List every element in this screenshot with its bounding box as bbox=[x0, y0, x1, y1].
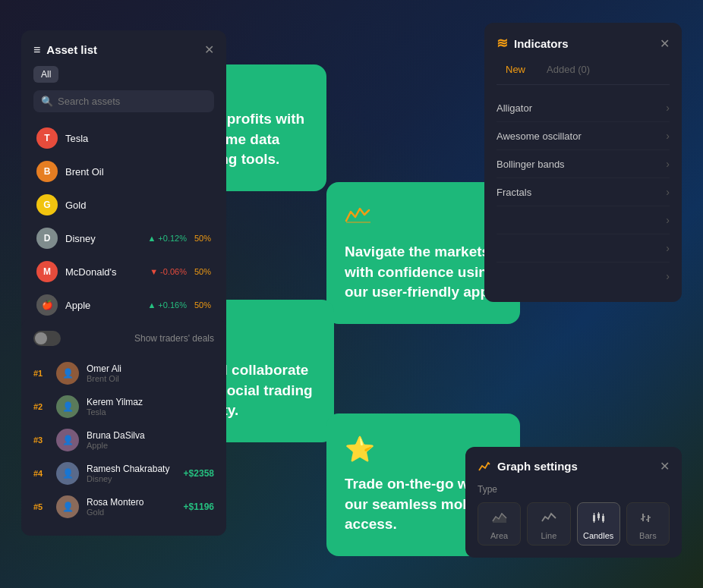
trader-avatar-3: 👤 bbox=[56, 429, 79, 451]
indicators-tabs: New Added (0) bbox=[497, 61, 670, 85]
asset-change-apple: ▲ +0.16% bbox=[147, 300, 187, 310]
chevron-right-icon: › bbox=[666, 270, 670, 282]
asset-pct-disney: 50% bbox=[194, 234, 211, 243]
search-input[interactable] bbox=[58, 96, 206, 107]
line-label: Line bbox=[541, 531, 556, 540]
feature-card-2-text: Navigate the markets with confidence usi… bbox=[345, 242, 502, 303]
svg-rect-4 bbox=[597, 514, 600, 518]
trader-info-1: Omer Ali Brent Oil bbox=[87, 363, 214, 383]
asset-list-title: ≡ Asset list bbox=[33, 43, 97, 57]
list-icon: ≡ bbox=[33, 43, 40, 57]
trader-item-3[interactable]: #3 👤 Bruna DaSilva Apple bbox=[33, 423, 214, 457]
asset-icon-disney: D bbox=[36, 228, 58, 249]
trader-avatar-1: 👤 bbox=[56, 362, 79, 385]
trader-name-1: Omer Ali bbox=[87, 363, 214, 374]
svg-marker-0 bbox=[493, 514, 506, 523]
candles-chart-icon bbox=[590, 511, 607, 528]
asset-name-apple: Apple bbox=[65, 300, 140, 311]
filter-tabs: All bbox=[33, 66, 214, 83]
asset-item-apple[interactable]: 🍎 Apple ▲ +0.16% 50% bbox=[33, 288, 214, 322]
chevron-right-icon: › bbox=[666, 242, 670, 254]
indicator-bollinger[interactable]: Bollinger bands › bbox=[497, 150, 670, 178]
indicators-close-button[interactable]: ✕ bbox=[660, 36, 670, 51]
trader-asset-1: Brent Oil bbox=[87, 374, 214, 383]
chevron-right-icon: › bbox=[666, 130, 670, 142]
asset-icon-apple: 🍎 bbox=[36, 294, 58, 316]
traders-panel: Show traders' deals #1 👤 Omer Ali Brent … bbox=[21, 319, 226, 536]
asset-list-header: ≡ Asset list ✕ bbox=[33, 42, 214, 57]
graph-settings-close-button[interactable]: ✕ bbox=[660, 459, 670, 473]
trader-profit-4: +$2358 bbox=[184, 468, 214, 479]
asset-list-close-button[interactable]: ✕ bbox=[204, 42, 214, 57]
chart-type-selector: Area Line bbox=[478, 502, 670, 546]
trader-info-4: Ramesh Chakrabaty Disney bbox=[87, 464, 176, 483]
trader-asset-2: Tesla bbox=[87, 407, 214, 417]
graph-settings-title: Graph settings bbox=[478, 460, 578, 473]
area-chart-icon bbox=[491, 511, 508, 528]
trader-rank-4: #4 bbox=[33, 469, 49, 478]
indicator-item-7[interactable]: › bbox=[497, 263, 670, 290]
chevron-right-icon: › bbox=[666, 102, 670, 114]
indicator-item-5[interactable]: › bbox=[497, 206, 670, 234]
asset-name-gold: Gold bbox=[65, 200, 211, 211]
indicators-header: ≋ Indicators ✕ bbox=[497, 35, 670, 52]
trader-name-5: Rosa Montero bbox=[87, 497, 176, 508]
trader-name-4: Ramesh Chakrabaty bbox=[87, 464, 176, 474]
filter-tab-all[interactable]: All bbox=[33, 66, 58, 83]
trader-item-1[interactable]: #1 👤 Omer Ali Brent Oil bbox=[33, 357, 214, 390]
asset-item-brentoil[interactable]: B Brent Oil bbox=[33, 155, 214, 188]
area-label: Area bbox=[490, 531, 508, 540]
graph-settings-header: Graph settings ✕ bbox=[478, 459, 670, 473]
asset-change-disney: ▲ +0.12% bbox=[147, 234, 187, 243]
chevron-right-icon: › bbox=[666, 158, 670, 170]
trader-asset-5: Gold bbox=[87, 508, 176, 517]
trader-info-3: Bruna DaSilva Apple bbox=[87, 430, 214, 450]
asset-item-mcdonalds[interactable]: M McDonald's ▼ -0.06% 50% bbox=[33, 255, 214, 288]
indicator-item-6[interactable]: › bbox=[497, 234, 670, 263]
trader-info-2: Kerem Yilmaz Tesla bbox=[87, 397, 214, 417]
indicator-fractals[interactable]: Fractals › bbox=[497, 178, 670, 206]
chart-type-area[interactable]: Area bbox=[478, 502, 521, 546]
trader-item-5[interactable]: #5 👤 Rosa Montero Gold +$1196 bbox=[33, 490, 214, 524]
asset-item-disney[interactable]: D Disney ▲ +0.12% 50% bbox=[33, 222, 214, 255]
asset-pct-mcdonalds: 50% bbox=[194, 267, 211, 276]
chart-icon bbox=[478, 460, 491, 473]
search-icon: 🔍 bbox=[41, 96, 53, 107]
zigzag-feature-icon bbox=[345, 203, 502, 231]
indicators-title: ≋ Indicators bbox=[497, 35, 569, 52]
graph-settings-panel: Graph settings ✕ Type Area Line bbox=[465, 447, 682, 558]
indicator-awesome[interactable]: Awesome oscillator › bbox=[497, 122, 670, 150]
graph-type-label: Type bbox=[478, 484, 670, 495]
trader-name-3: Bruna DaSilva bbox=[87, 430, 214, 441]
chart-type-bars[interactable]: Bars bbox=[626, 502, 670, 546]
toggle-knob bbox=[35, 332, 47, 344]
chevron-right-icon: › bbox=[666, 214, 670, 226]
asset-icon-mcdonalds: M bbox=[36, 261, 58, 282]
chevron-right-icon: › bbox=[666, 186, 670, 198]
indicators-tab-new[interactable]: New bbox=[497, 61, 534, 78]
trader-item-2[interactable]: #2 👤 Kerem Yilmaz Tesla bbox=[33, 390, 214, 423]
trader-rank-1: #1 bbox=[33, 369, 49, 378]
line-chart-icon bbox=[541, 511, 557, 528]
traders-toggle[interactable] bbox=[33, 331, 61, 346]
indicators-tab-added[interactable]: Added (0) bbox=[537, 61, 599, 78]
trader-info-5: Rosa Montero Gold bbox=[87, 497, 176, 517]
chart-type-line[interactable]: Line bbox=[527, 502, 570, 546]
asset-list-panel: ≡ Asset list ✕ All 🔍 T Tesla B Brent Oil… bbox=[21, 30, 226, 334]
svg-rect-7 bbox=[602, 516, 604, 521]
asset-name-disney: Disney bbox=[65, 233, 140, 244]
asset-icon-brentoil: B bbox=[36, 161, 58, 182]
trader-asset-3: Apple bbox=[87, 441, 214, 450]
traders-toggle-label: Show traders' deals bbox=[134, 333, 214, 344]
asset-item-gold[interactable]: G Gold bbox=[33, 188, 214, 222]
indicator-alligator[interactable]: Alligator › bbox=[497, 94, 670, 122]
asset-change-mcdonalds: ▼ -0.06% bbox=[150, 267, 187, 276]
indicators-icon: ≋ bbox=[497, 35, 508, 52]
asset-name-brentoil: Brent Oil bbox=[65, 166, 211, 178]
search-box: 🔍 bbox=[33, 90, 214, 112]
chart-type-candles[interactable]: Candles bbox=[577, 502, 620, 546]
trader-avatar-2: 👤 bbox=[56, 395, 79, 418]
asset-item-tesla[interactable]: T Tesla bbox=[33, 121, 214, 155]
trader-name-2: Kerem Yilmaz bbox=[87, 397, 214, 407]
trader-item-4[interactable]: #4 👤 Ramesh Chakrabaty Disney +$2358 bbox=[33, 457, 214, 490]
